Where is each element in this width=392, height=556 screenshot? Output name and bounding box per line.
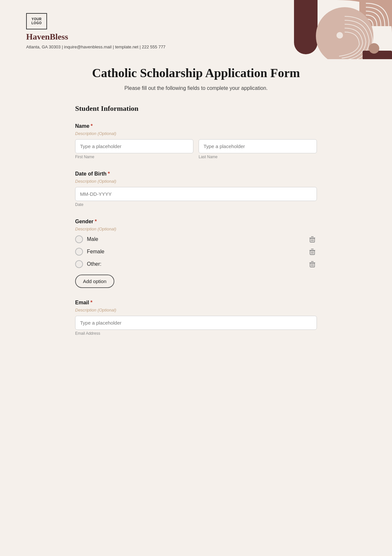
- svg-rect-20: [311, 261, 314, 262]
- svg-point-6: [369, 43, 379, 54]
- gender-required-star: *: [95, 219, 97, 225]
- email-description: Description (Optional): [75, 308, 317, 312]
- delete-icon-other[interactable]: [308, 260, 317, 269]
- header-decoration: [294, 0, 392, 59]
- name-required-star: *: [91, 123, 93, 129]
- dob-input[interactable]: [75, 187, 317, 201]
- radio-label-female: Female: [87, 249, 104, 255]
- name-label: Name *: [75, 123, 317, 129]
- form-subtitle: Please fill out the following fields to …: [75, 85, 317, 91]
- svg-point-4: [336, 32, 343, 39]
- dob-required-star: *: [108, 171, 110, 177]
- form-title: Catholic Scholarship Application Form: [75, 66, 317, 80]
- email-field-group: Email * Description (Optional) Email Add…: [75, 300, 317, 336]
- email-label: Email *: [75, 300, 317, 306]
- gender-option-female: Female: [75, 247, 317, 256]
- radio-label-other: Other:: [87, 261, 101, 267]
- first-name-wrapper: First Name: [75, 139, 193, 159]
- delete-icon-female[interactable]: [308, 247, 317, 256]
- email-input-wrapper: Email Address: [75, 316, 317, 336]
- name-description: Description (Optional): [75, 131, 317, 136]
- gender-field-group: Gender * Description (Optional) Male: [75, 219, 317, 288]
- add-option-button[interactable]: Add option: [75, 275, 114, 288]
- gender-description: Description (Optional): [75, 227, 317, 231]
- dob-label: Date of Birth *: [75, 171, 317, 177]
- gender-option-other: Other:: [75, 260, 317, 269]
- page-wrapper: YOUR LOGO HavenBless Atlanta, GA 30303 |…: [0, 0, 392, 556]
- dob-field-group: Date of Birth * Description (Optional) D…: [75, 171, 317, 207]
- gender-option-male: Male: [75, 235, 317, 244]
- name-field-group: Name * Description (Optional) First Name…: [75, 123, 317, 159]
- name-input-row: First Name Last Name: [75, 139, 317, 159]
- email-required-star: *: [90, 300, 92, 306]
- dob-input-wrapper: Date: [75, 187, 317, 207]
- first-name-sublabel: First Name: [75, 155, 193, 159]
- radio-circle-other[interactable]: [75, 260, 83, 268]
- form-container: Catholic Scholarship Application Form Pl…: [49, 59, 343, 367]
- radio-left-other: Other:: [75, 260, 101, 268]
- last-name-sublabel: Last Name: [199, 155, 317, 159]
- radio-label-male: Male: [87, 236, 98, 242]
- radio-circle-female[interactable]: [75, 248, 83, 256]
- email-sublabel: Email Address: [75, 331, 317, 336]
- dob-description: Description (Optional): [75, 179, 317, 184]
- last-name-wrapper: Last Name: [199, 139, 317, 159]
- first-name-input[interactable]: [75, 139, 193, 153]
- delete-icon-male[interactable]: [308, 235, 317, 244]
- svg-rect-8: [311, 236, 314, 237]
- radio-left-female: Female: [75, 248, 104, 256]
- section-title: Student Information: [75, 104, 317, 114]
- gender-label: Gender *: [75, 219, 317, 225]
- radio-circle-male[interactable]: [75, 235, 83, 243]
- header: YOUR LOGO HavenBless Atlanta, GA 30303 |…: [0, 0, 392, 59]
- dob-sublabel: Date: [75, 202, 317, 207]
- logo-box: YOUR LOGO: [26, 13, 47, 29]
- email-input[interactable]: [75, 316, 317, 330]
- radio-left-male: Male: [75, 235, 98, 243]
- svg-rect-14: [311, 249, 314, 249]
- last-name-input[interactable]: [199, 139, 317, 153]
- svg-point-1: [294, 31, 318, 54]
